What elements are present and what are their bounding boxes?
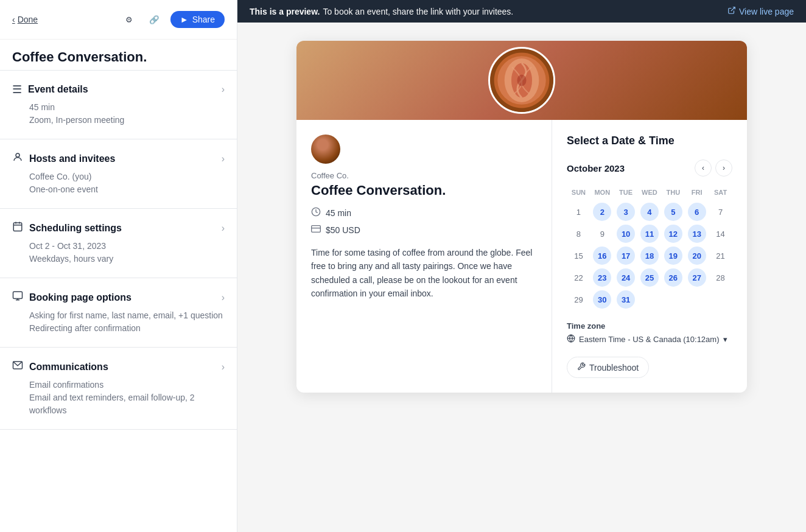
sidebar-header: ‹ Done ⚙ 🔗 ► Share [0,0,237,40]
col-thu: THU [661,186,685,201]
preview-area: Coffee Co. Coffee Conversation. 45 min [237,23,806,532]
timezone-row: Eastern Time - US & Canada (10:12am) ▾ [567,334,732,345]
day-15: 15 [569,247,587,265]
booking-body: Coffee Co. Coffee Conversation. 45 min [296,120,747,393]
calendar-cell [661,289,685,310]
clock-icon [311,207,321,219]
chevron-left-icon: ‹ [12,15,15,24]
day-25[interactable]: 25 [640,268,659,287]
day-26[interactable]: 26 [664,268,682,287]
section-booking-fields: Asking for first name, last name, email,… [29,309,225,322]
day-8: 8 [569,225,587,243]
calendar-cell[interactable]: 4 [638,201,662,223]
calendar-cell[interactable]: 24 [614,267,638,289]
calendar-cell[interactable]: 17 [614,245,638,267]
calendar-cell: 22 [567,267,590,289]
day-22: 22 [569,268,587,287]
section-communications[interactable]: Communications › Email confirmations Ema… [0,348,237,430]
calendar-cell [638,289,662,310]
calendar-cell: 8 [567,223,590,245]
person-icon [12,152,23,166]
day-12[interactable]: 12 [664,225,682,243]
calendar-cell[interactable]: 18 [638,245,662,267]
section-scheduling-settings[interactable]: Scheduling settings › Oct 2 - Oct 31, 20… [0,209,237,278]
day-31[interactable]: 31 [617,290,635,309]
event-meta: 45 min $50 USD [311,207,537,236]
day-29: 29 [569,290,587,309]
chevron-right-icon: › [222,84,225,95]
preview-banner-text: This is a preview. To book an event, sha… [250,7,513,16]
price-row: $50 USD [311,224,537,236]
day-23[interactable]: 23 [593,268,611,287]
back-button[interactable]: ‹ Done [12,15,38,24]
calendar-cell[interactable]: 10 [614,223,638,245]
calendar-cell[interactable]: 12 [661,223,685,245]
section-event-details-duration: 45 min [29,101,225,114]
timezone-dropdown-icon[interactable]: ▾ [723,335,727,344]
share-icon: ► [180,15,189,24]
host-name: Coffee Co. [311,171,537,180]
day-6[interactable]: 6 [688,203,706,221]
day-17[interactable]: 17 [617,247,635,265]
section-scheduling-title: Scheduling settings [29,223,122,234]
calendar-cell[interactable]: 5 [661,201,685,223]
day-13[interactable]: 13 [688,225,706,243]
day-3[interactable]: 3 [617,203,635,221]
calendar-cell[interactable]: 26 [661,267,685,289]
share-label: Share [192,15,215,24]
day-10[interactable]: 10 [617,225,635,243]
section-booking-page-options[interactable]: Booking page options › Asking for first … [0,278,237,348]
timezone-label: Time zone [567,321,732,331]
calendar-cell[interactable]: 27 [685,267,709,289]
calendar-grid: SUN MON TUE WED THU FRI SAT 123456789101… [567,186,732,310]
day-2[interactable]: 2 [593,203,611,221]
section-hosts-invitees[interactable]: Hosts and invitees › Coffee Co. (you) On… [0,139,237,209]
prev-month-button[interactable]: ‹ [695,159,712,177]
day-4[interactable]: 4 [640,203,659,221]
day-5[interactable]: 5 [664,203,682,221]
chevron-right-icon: › [222,223,225,234]
day-18[interactable]: 18 [640,247,659,265]
calendar-cell[interactable]: 31 [614,289,638,310]
day-24[interactable]: 24 [617,268,635,287]
share-button[interactable]: ► Share [170,11,225,28]
day-11[interactable]: 11 [640,225,659,243]
event-duration: 45 min [326,208,351,218]
col-mon: MON [590,186,614,201]
day-16[interactable]: 16 [593,247,611,265]
svg-point-15 [517,75,526,86]
section-scheduling-dates: Oct 2 - Oct 31, 2023 [29,240,225,253]
calendar-cell[interactable]: 11 [638,223,662,245]
view-live-label: View live page [739,7,794,16]
day-19[interactable]: 19 [664,247,682,265]
calendar-cell[interactable]: 20 [685,245,709,267]
mail-icon [12,360,23,374]
calendar-cell[interactable]: 3 [614,201,638,223]
calendar-cell[interactable]: 6 [685,201,709,223]
section-scheduling-header: Scheduling settings › [12,221,225,235]
timezone-value: Eastern Time - US & Canada (10:12am) [579,335,720,344]
chevron-right-icon: › [222,292,225,303]
calendar-cell[interactable]: 23 [590,267,614,289]
calendar-cell[interactable]: 25 [638,267,662,289]
day-20[interactable]: 20 [688,247,706,265]
troubleshoot-button[interactable]: Troubleshoot [567,357,649,378]
day-28: 28 [712,268,730,287]
section-event-details[interactable]: ☰ Event details › 45 min Zoom, In-person… [0,71,237,139]
view-live-link[interactable]: View live page [727,6,794,16]
preview-banner-prefix: This is a preview. [250,7,320,16]
settings-button[interactable]: ⚙ [119,10,139,29]
calendar-cell[interactable]: 13 [685,223,709,245]
day-27[interactable]: 27 [688,268,706,287]
back-label[interactable]: Done [18,15,38,24]
link-button[interactable]: 🔗 [145,10,164,29]
calendar-cell [685,289,709,310]
calendar-cell[interactable]: 30 [590,289,614,310]
calendar-cell: 1 [567,201,590,223]
section-communications-title: Communications [29,362,108,373]
next-month-button[interactable]: › [715,159,732,177]
day-30[interactable]: 30 [593,290,611,309]
calendar-cell[interactable]: 19 [661,245,685,267]
calendar-cell[interactable]: 2 [590,201,614,223]
calendar-cell[interactable]: 16 [590,245,614,267]
